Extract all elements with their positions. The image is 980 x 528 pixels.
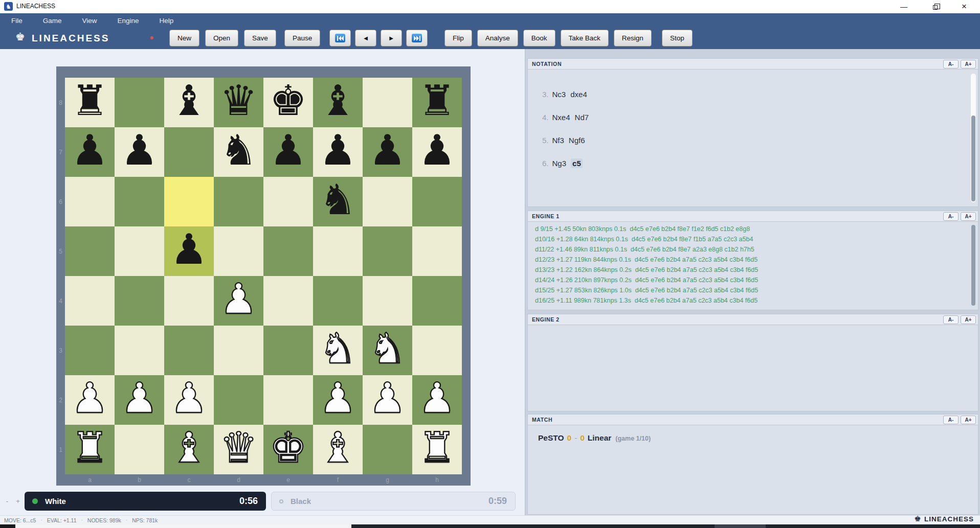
match-font-larger-button[interactable]: A+ (961, 416, 976, 424)
square-c3[interactable] (164, 326, 214, 375)
square-e8[interactable]: ♚ (263, 78, 313, 127)
square-a3[interactable] (65, 326, 115, 375)
square-b8[interactable] (115, 78, 164, 127)
square-g1[interactable] (363, 425, 412, 474)
save-button[interactable]: Save (244, 30, 276, 47)
flip-button[interactable]: Flip (444, 30, 472, 47)
restore-button[interactable] (924, 0, 946, 13)
move-black[interactable]: c5 (571, 158, 583, 168)
square-b7[interactable]: ♟ (115, 127, 164, 177)
square-e2[interactable] (263, 375, 313, 425)
engine2-font-larger-button[interactable]: A+ (961, 315, 976, 324)
resign-button[interactable]: Resign (614, 30, 652, 47)
move-white[interactable]: Ng3 (552, 159, 567, 168)
notation-scrollbar-thumb[interactable] (971, 116, 975, 201)
pause-button[interactable]: Pause (284, 30, 320, 47)
stop-button[interactable]: Stop (662, 30, 693, 47)
menu-item-file[interactable]: File (11, 17, 23, 25)
move-black[interactable]: Nd7 (575, 113, 589, 122)
square-b3[interactable] (115, 326, 164, 375)
square-g4[interactable] (363, 276, 412, 326)
board-larger-button[interactable]: + (14, 497, 22, 505)
board-smaller-button[interactable]: - (3, 497, 11, 505)
square-b2[interactable]: ♟ (115, 375, 164, 425)
square-h1[interactable]: ♜ (412, 425, 462, 474)
square-g8[interactable] (363, 78, 412, 127)
notation-font-larger-button[interactable]: A+ (961, 60, 976, 68)
square-b5[interactable] (115, 226, 164, 276)
analyse-button[interactable]: Analyse (477, 30, 518, 47)
take-back-button[interactable]: Take Back (561, 30, 609, 47)
go-previous-button[interactable]: ◀ (355, 30, 376, 47)
square-h5[interactable] (412, 226, 462, 276)
go-next-button[interactable]: ▶ (381, 30, 402, 47)
square-a8[interactable]: ♜ (65, 78, 115, 127)
square-h4[interactable] (412, 276, 462, 326)
menu-item-view[interactable]: View (82, 17, 97, 25)
go-last-button[interactable] (406, 30, 428, 47)
new-button[interactable]: New (169, 30, 199, 47)
square-g2[interactable]: ♟ (363, 375, 412, 425)
square-h2[interactable]: ♟ (412, 375, 462, 425)
square-a6[interactable] (65, 177, 115, 226)
engine1-font-larger-button[interactable]: A+ (961, 212, 976, 221)
move-black[interactable]: Ngf6 (569, 136, 585, 145)
square-a5[interactable] (65, 226, 115, 276)
square-f7[interactable]: ♟ (313, 127, 363, 177)
square-c7[interactable] (164, 127, 214, 177)
engine1-font-smaller-button[interactable]: A- (943, 212, 959, 221)
square-c2[interactable]: ♟ (164, 375, 214, 425)
square-h6[interactable] (412, 177, 462, 226)
menu-item-engine[interactable]: Engine (118, 17, 139, 25)
engine1-scrollbar-thumb[interactable] (971, 225, 975, 306)
square-e3[interactable] (263, 326, 313, 375)
square-e6[interactable] (263, 177, 313, 226)
square-e1[interactable]: ♚ (263, 425, 313, 474)
square-g3[interactable]: ♞ (363, 326, 412, 375)
square-g6[interactable] (363, 177, 412, 226)
square-f8[interactable]: ♝ (313, 78, 363, 127)
move-black[interactable]: dxe4 (570, 90, 587, 99)
square-f1[interactable]: ♝ (313, 425, 363, 474)
square-g7[interactable]: ♟ (363, 127, 412, 177)
square-h7[interactable]: ♟ (412, 127, 462, 177)
square-f4[interactable] (313, 276, 363, 326)
square-a7[interactable]: ♟ (65, 127, 115, 177)
square-d2[interactable] (214, 375, 263, 425)
square-d3[interactable] (214, 326, 263, 375)
square-b6[interactable] (115, 177, 164, 226)
square-g5[interactable] (363, 226, 412, 276)
square-a1[interactable]: ♜ (65, 425, 115, 474)
square-e4[interactable] (263, 276, 313, 326)
square-d5[interactable] (214, 226, 263, 276)
square-f6[interactable]: ♞ (313, 177, 363, 226)
square-f2[interactable]: ♟ (313, 375, 363, 425)
square-d7[interactable]: ♞ (214, 127, 263, 177)
menu-item-help[interactable]: Help (160, 17, 174, 25)
square-h8[interactable]: ♜ (412, 78, 462, 127)
square-h3[interactable] (412, 326, 462, 375)
go-first-button[interactable] (329, 30, 351, 47)
move-white[interactable]: Nxe4 (552, 113, 570, 122)
square-d1[interactable]: ♛ (214, 425, 263, 474)
square-c8[interactable]: ♝ (164, 78, 214, 127)
close-button[interactable]: × (953, 0, 975, 13)
square-b4[interactable] (115, 276, 164, 326)
move-white[interactable]: Nc3 (552, 90, 566, 99)
open-button[interactable]: Open (205, 30, 238, 47)
minimize-button[interactable]: — (893, 0, 915, 13)
square-e7[interactable]: ♟ (263, 127, 313, 177)
notation-font-smaller-button[interactable]: A- (943, 60, 959, 68)
engine2-font-smaller-button[interactable]: A- (943, 315, 959, 324)
square-a4[interactable] (65, 276, 115, 326)
square-c1[interactable]: ♝ (164, 425, 214, 474)
book-button[interactable]: Book (523, 30, 555, 47)
square-a2[interactable]: ♟ (65, 375, 115, 425)
square-c5[interactable]: ♟ (164, 226, 214, 276)
square-d6[interactable] (214, 177, 263, 226)
square-d4[interactable]: ♟ (214, 276, 263, 326)
square-b1[interactable] (115, 425, 164, 474)
square-f5[interactable] (313, 226, 363, 276)
menu-item-game[interactable]: Game (43, 17, 62, 25)
match-font-smaller-button[interactable]: A- (943, 416, 959, 424)
